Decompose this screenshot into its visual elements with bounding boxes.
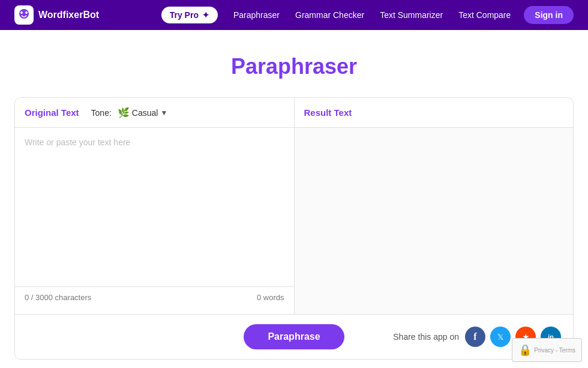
share-text: Share this app on [393, 332, 459, 342]
logo: WordfixerBot [14, 5, 161, 25]
facebook-share-button[interactable]: f [465, 327, 485, 347]
nav-text-summarizer[interactable]: Text Summarizer [374, 7, 449, 23]
logo-text: WordfixerBot [38, 10, 99, 20]
result-text-label: Result Text [304, 107, 352, 118]
sign-in-button[interactable]: Sign in [524, 6, 574, 24]
original-text-input[interactable] [15, 128, 294, 284]
tone-label: Tone: [91, 108, 112, 118]
recaptcha-text: Privacy - Terms [534, 347, 575, 354]
nav-paraphraser[interactable]: Paraphraser [227, 7, 286, 23]
nav-links: Try Pro ✦ Paraphraser Grammar Checker Te… [161, 6, 574, 24]
page-title: Paraphraser [14, 54, 574, 79]
left-panel-header: Original Text Tone: 🌿 Casual ▼ [15, 98, 294, 128]
logo-icon [14, 5, 34, 25]
result-area [295, 128, 574, 314]
chevron-down-icon: ▼ [160, 109, 167, 117]
tone-value: Casual [132, 108, 158, 118]
svg-point-2 [20, 11, 23, 14]
word-count: 0 words [257, 293, 284, 302]
facebook-icon: f [473, 331, 476, 342]
svg-rect-4 [19, 19, 29, 21]
twitter-share-button[interactable]: 𝕏 [490, 327, 511, 347]
nav-grammar-checker[interactable]: Grammar Checker [289, 7, 370, 23]
sparkle-icon: ✦ [202, 10, 209, 20]
tone-selector[interactable]: 🌿 Casual ▼ [118, 107, 167, 118]
editor-panels: Original Text Tone: 🌿 Casual ▼ 0 / 3000 … [15, 98, 573, 314]
char-count: 0 / 3000 characters [25, 293, 91, 302]
right-panel: Result Text [295, 98, 574, 314]
bottom-cta: Get Accurate Paraphrasing in Just a Clic… [14, 360, 574, 368]
nav-text-compare[interactable]: Text Compare [452, 7, 517, 23]
try-pro-label: Try Pro [170, 10, 199, 20]
original-text-label: Original Text [25, 107, 79, 118]
editor-container: Original Text Tone: 🌿 Casual ▼ 0 / 3000 … [14, 97, 574, 360]
recaptcha-badge: 🔒 Privacy - Terms [512, 338, 582, 362]
right-panel-header: Result Text [295, 98, 574, 128]
twitter-icon: 𝕏 [497, 333, 503, 342]
navbar: WordfixerBot Try Pro ✦ Paraphraser Gramm… [0, 0, 588, 30]
action-bar: Paraphrase Share this app on f 𝕏 ★ [15, 314, 573, 359]
tone-emoji: 🌿 [118, 107, 130, 118]
svg-point-3 [25, 11, 28, 14]
paraphrase-button[interactable]: Paraphrase [244, 324, 344, 349]
left-panel: Original Text Tone: 🌿 Casual ▼ 0 / 3000 … [15, 98, 295, 314]
main-content: Paraphraser Original Text Tone: 🌿 Casual… [0, 30, 588, 368]
recaptcha-icon: 🔒 [518, 343, 532, 357]
try-pro-button[interactable]: Try Pro ✦ [161, 7, 218, 23]
left-panel-footer: 0 / 3000 characters 0 words [15, 286, 294, 308]
